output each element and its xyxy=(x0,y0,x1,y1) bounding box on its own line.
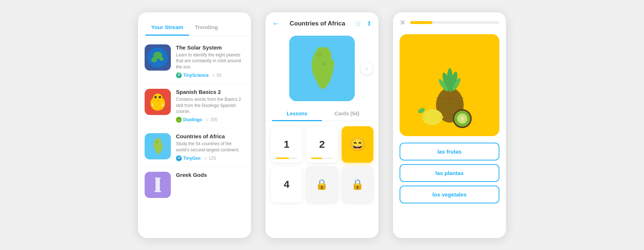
map-section: › xyxy=(266,32,378,107)
lesson-progress-bar xyxy=(276,158,297,159)
list-item[interactable]: Countries of Africa Study the 54 countri… xyxy=(138,128,251,167)
lesson-progress-bar xyxy=(311,158,333,159)
screen-stream: Your Stream Trending The Solar xyxy=(138,12,251,238)
star-count: ☆ 65 xyxy=(212,73,221,78)
list-item[interactable]: The Solar System Learn to identify the e… xyxy=(138,39,251,84)
flashcard-image xyxy=(400,34,499,136)
item-thumbnail xyxy=(145,172,171,198)
progress-fill xyxy=(311,158,322,159)
svg-rect-14 xyxy=(156,179,160,191)
svg-point-11 xyxy=(156,141,158,143)
item-content: Countries of Africa Study the 54 countri… xyxy=(176,133,244,161)
answer-button-2[interactable]: las plantas xyxy=(400,164,499,182)
close-button[interactable]: ✕ xyxy=(400,18,406,27)
lock-icon: 🔒 xyxy=(351,178,364,190)
progress-container xyxy=(410,21,499,24)
lesson-card-1[interactable]: 1 xyxy=(271,126,302,163)
bookmark-button[interactable]: ☆ xyxy=(355,19,361,28)
star-count: ☆ 125 xyxy=(204,156,216,161)
next-card-button[interactable]: › xyxy=(360,62,373,75)
tab-lessons[interactable]: Lessons xyxy=(272,107,322,121)
lessons-grid: 1 2 😄 4 🔒 xyxy=(266,121,378,208)
lesson-number: 2 xyxy=(319,139,325,150)
screen-africa-detail: ← Countries of Africa ☆ ⬆ › Lessons Card… xyxy=(266,12,378,238)
answer-options: las frutas las plantas los vegetales xyxy=(393,143,506,203)
item-content: Greek Gods xyxy=(176,172,244,179)
svg-point-37 xyxy=(460,116,464,121)
map-card xyxy=(289,36,355,101)
list-item[interactable]: Spanish Basics 2 Contains words from the… xyxy=(138,84,251,128)
item-thumbnail xyxy=(145,44,171,71)
author-name: 🌍 TinyGeo xyxy=(176,155,201,161)
progress-bar-fill xyxy=(410,21,432,24)
author-name: 🌍 TinyScience xyxy=(176,72,209,78)
lock-icon: 🔒 xyxy=(315,178,328,190)
lesson-number: 4 xyxy=(284,179,290,190)
item-title: Countries of Africa xyxy=(176,133,244,139)
screens-container: Your Stream Trending The Solar xyxy=(127,1,517,249)
svg-point-8 xyxy=(159,96,161,98)
star-count: ☆ 205 xyxy=(205,117,217,122)
author-icon: 🌍 xyxy=(176,72,182,78)
svg-point-33 xyxy=(439,116,443,119)
flashcard-header: ✕ xyxy=(393,12,506,31)
svg-point-32 xyxy=(421,116,426,119)
screen-flashcard: ✕ xyxy=(393,12,506,238)
answer-button-1[interactable]: las frutas xyxy=(400,143,499,160)
svg-point-7 xyxy=(154,96,157,98)
lesson-card-6-locked: 🔒 xyxy=(342,166,373,203)
svg-point-17 xyxy=(316,52,322,57)
answer-button-3[interactable]: los vegetales xyxy=(400,186,499,203)
content-tabs: Lessons Cards (54) xyxy=(266,107,378,121)
tab-trending[interactable]: Trending xyxy=(189,20,224,36)
item-meta: 🌍 TinyScience ☆ 65 xyxy=(176,72,244,78)
lesson-card-5-locked: 🔒 xyxy=(306,166,338,203)
author-icon: 🦉 xyxy=(176,117,182,123)
item-meta: 🌍 TinyGeo ☆ 125 xyxy=(176,155,244,161)
item-thumbnail xyxy=(145,133,171,159)
lesson-card-4[interactable]: 4 xyxy=(271,166,302,203)
item-meta: 🦉 Duolingo ☆ 205 xyxy=(176,117,244,123)
item-title: The Solar System xyxy=(176,44,244,51)
lesson-emoji: 😄 xyxy=(349,137,366,152)
stream-list: The Solar System Learn to identify the e… xyxy=(138,36,251,207)
tab-your-stream[interactable]: Your Stream xyxy=(145,20,189,36)
lesson-card-3[interactable]: 😄 xyxy=(342,126,373,163)
lesson-number: 1 xyxy=(284,139,290,150)
item-content: Spanish Basics 2 Contains words from the… xyxy=(176,89,244,123)
item-desc: Contains words from the Basics 2 skill f… xyxy=(176,96,244,115)
author-name: 🦉 Duolingo xyxy=(176,117,202,123)
progress-fill xyxy=(276,158,289,159)
detail-header: ← Countries of Africa ☆ ⬆ xyxy=(266,12,378,32)
list-item[interactable]: Greek Gods xyxy=(138,167,251,203)
item-thumbnail xyxy=(145,89,171,115)
item-desc: Study the 54 countries of the world's se… xyxy=(176,141,244,153)
detail-title: Countries of Africa xyxy=(290,20,345,27)
author-icon: 🌍 xyxy=(176,155,182,161)
svg-rect-15 xyxy=(154,191,161,192)
svg-rect-13 xyxy=(155,178,161,179)
svg-point-18 xyxy=(323,63,326,66)
svg-point-3 xyxy=(159,57,164,61)
lesson-card-2[interactable]: 2 xyxy=(306,126,338,163)
item-title: Spanish Basics 2 xyxy=(176,89,244,95)
svg-point-6 xyxy=(153,94,162,103)
header-actions: ☆ ⬆ xyxy=(355,19,372,28)
main-tabs: Your Stream Trending xyxy=(138,20,251,36)
item-content: The Solar System Learn to identify the e… xyxy=(176,44,244,78)
svg-point-2 xyxy=(151,57,157,62)
tab-cards[interactable]: Cards (54) xyxy=(322,107,372,121)
share-button[interactable]: ⬆ xyxy=(366,19,372,28)
item-desc: Learn to identify the eight planets that… xyxy=(176,52,244,70)
back-button[interactable]: ← xyxy=(272,19,280,28)
item-title: Greek Gods xyxy=(176,172,244,178)
